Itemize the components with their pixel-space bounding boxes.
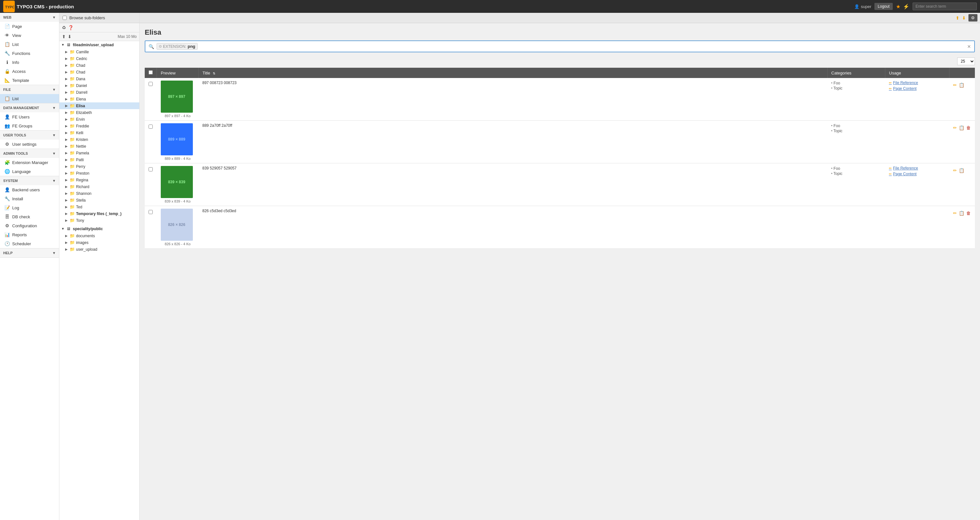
- sidebar-item-access[interactable]: 🔒 Access: [0, 67, 59, 76]
- sidebar-section-header-ut[interactable]: USER TOOLS ▼: [0, 131, 59, 140]
- sidebar-item-user-settings[interactable]: ⚙ User settings: [0, 140, 59, 148]
- sidebar-item-list[interactable]: 📋 List: [0, 40, 59, 49]
- row2-cat-topic: Topic: [831, 128, 881, 134]
- tree-refresh-icon[interactable]: ♻: [62, 25, 66, 30]
- chevron-down-icon-web: ▼: [52, 15, 56, 19]
- tree-label-daniel: Daniel: [76, 83, 87, 88]
- per-page-dropdown[interactable]: 10 25 50 100: [957, 57, 975, 65]
- tree-item-kelli[interactable]: ▶ 📁 Kelli: [59, 129, 139, 136]
- tree-item-patti[interactable]: ▶ 📁 Patti: [59, 156, 139, 163]
- upload-max-label: Max 10 Mo: [118, 34, 137, 39]
- tree-item-kristen[interactable]: ▶ 📁 Kristen: [59, 136, 139, 143]
- upload-icon[interactable]: ⬆: [62, 34, 66, 39]
- tree-item-user-upload-sub[interactable]: ▶ 📁 user_upload: [59, 246, 139, 253]
- row3-copy-icon[interactable]: 📋: [959, 168, 964, 173]
- tree-item-ted[interactable]: ▶ 📁 Ted: [59, 204, 139, 210]
- sidebar-item-fe-users[interactable]: 👤 FE Users: [0, 112, 59, 121]
- tree-item-tony[interactable]: ▶ 📁 Tony: [59, 217, 139, 224]
- tree-item-temp-files[interactable]: ▶ 📁 Temporary files (_temp_): [59, 210, 139, 217]
- tree-item-elena[interactable]: ▶ 📁 Elena: [59, 96, 139, 102]
- tree-item-darrell[interactable]: ▶ 📁 Darrell: [59, 89, 139, 96]
- tree-item-stella[interactable]: ▶ 📁 Stella: [59, 197, 139, 204]
- row3-checkbox[interactable]: [149, 167, 153, 171]
- sidebar-item-fe-groups[interactable]: 👥 FE Groups: [0, 121, 59, 130]
- tree-help-icon[interactable]: ❓: [68, 25, 73, 30]
- tree-item-pamela[interactable]: ▶ 📁 Pamela: [59, 150, 139, 156]
- tree-item-perry[interactable]: ▶ 📁 Perry: [59, 163, 139, 170]
- sidebar-section-header-help[interactable]: HELP ▼: [0, 249, 59, 257]
- tree-item-chad[interactable]: ▶ 📁 Chad: [59, 62, 139, 69]
- row3-page-content-link[interactable]: ✏ Page Content: [889, 172, 945, 176]
- row2-checkbox[interactable]: [149, 124, 153, 129]
- tree-item-cindy[interactable]: ▶ 📁 Chad: [59, 69, 139, 75]
- tree-item-preston[interactable]: ▶ 📁 Preston: [59, 170, 139, 177]
- tree-item-regina[interactable]: ▶ 📁 Regina: [59, 177, 139, 183]
- search-clear-button[interactable]: ✕: [967, 44, 971, 49]
- sidebar-section-header-file[interactable]: FILE ▼: [0, 85, 59, 94]
- sidebar-item-reports[interactable]: 📊 Reports: [0, 230, 59, 239]
- row4-copy-icon[interactable]: 📋: [959, 211, 964, 216]
- tree-item-daniel[interactable]: ▶ 📁 Daniel: [59, 82, 139, 89]
- sidebar-item-db-check[interactable]: 🗄 DB check: [0, 212, 59, 221]
- tree-item-nettie[interactable]: ▶ 📁 Nettie: [59, 143, 139, 150]
- content-upload-icon[interactable]: ⬆: [956, 15, 959, 21]
- row4-delete-icon[interactable]: 🗑: [966, 211, 971, 216]
- tree-item-freddie[interactable]: ▶ 📁 Freddie: [59, 123, 139, 129]
- logout-button[interactable]: Logout: [874, 3, 893, 10]
- row1-edit-icon[interactable]: ✏: [953, 83, 957, 88]
- row3-edit-icon[interactable]: ✏: [953, 168, 957, 173]
- row2-copy-icon[interactable]: 📋: [959, 125, 964, 130]
- sidebar-item-info[interactable]: ℹ Info: [0, 58, 59, 67]
- row2-delete-icon[interactable]: 🗑: [966, 125, 971, 130]
- tree-item-elizabeth[interactable]: ▶ 📁 Elizabeth: [59, 109, 139, 116]
- row1-copy-icon[interactable]: 📋: [959, 83, 964, 88]
- sort-icon-title[interactable]: ⇅: [213, 72, 215, 75]
- select-all-checkbox[interactable]: [149, 70, 153, 75]
- row3-file-reference-link[interactable]: ✏ File Reference: [889, 166, 945, 171]
- row2-edit-icon[interactable]: ✏: [953, 125, 957, 130]
- tree-item-camille[interactable]: ▶ 📁 Camille: [59, 48, 139, 55]
- sidebar-item-template[interactable]: 📐 Template: [0, 76, 59, 85]
- sidebar-item-view[interactable]: 👁 View: [0, 31, 59, 40]
- content-download-icon[interactable]: ⬇: [962, 15, 966, 21]
- sidebar-item-extension-manager[interactable]: 🧩 Extension Manager: [0, 158, 59, 167]
- tree-item-ervin[interactable]: ▶ 📁 Ervin: [59, 116, 139, 123]
- tree-item-richard[interactable]: ▶ 📁 Richard: [59, 183, 139, 190]
- sidebar-item-scheduler[interactable]: 🕐 Scheduler: [0, 239, 59, 248]
- row1-page-content-label: Page Content: [893, 86, 916, 91]
- row1-file-reference-link[interactable]: ✏ File Reference: [889, 81, 945, 85]
- row4-edit-icon[interactable]: ✏: [953, 211, 957, 216]
- sidebar-item-backend-users[interactable]: 👤 Backend users: [0, 185, 59, 194]
- sidebar-item-file-list[interactable]: 📋 List: [0, 94, 59, 103]
- tree-item-elisa[interactable]: ▶ 📁 Elisa: [59, 102, 139, 109]
- row1-checkbox[interactable]: [149, 82, 153, 86]
- sidebar-item-page[interactable]: 📄 Page: [0, 22, 59, 31]
- sidebar-item-functions[interactable]: 🔧 Functions: [0, 49, 59, 58]
- star-icon[interactable]: ★: [896, 3, 900, 10]
- content-settings-button[interactable]: ⚙: [969, 14, 977, 21]
- browse-subfolder-checkbox[interactable]: [62, 16, 67, 20]
- download-icon[interactable]: ⬇: [68, 34, 72, 39]
- tree-item-images[interactable]: ▶ 📁 images: [59, 239, 139, 246]
- tree-item-speciality-root[interactable]: ▼ 🖥 speciality/public: [59, 225, 139, 232]
- tree-item-dana[interactable]: ▶ 📁 Dana: [59, 75, 139, 82]
- sidebar-section-header-at[interactable]: ADMIN TOOLS ▼: [0, 149, 59, 158]
- expand-icon-cedric: ▶: [65, 57, 68, 61]
- tree-item-fileadmin-root[interactable]: ▼ 🖥 fileadmin/user_upload: [59, 41, 139, 48]
- row2-size-label: 889 x 889 - 4 Ko: [161, 156, 195, 161]
- sidebar-section-header-web[interactable]: WEB ▼: [0, 13, 59, 22]
- row1-page-content-link[interactable]: ✏ Page Content: [889, 86, 945, 91]
- sidebar-section-header-sys[interactable]: SYSTEM ▼: [0, 176, 59, 185]
- sidebar-item-language[interactable]: 🌐 Language: [0, 167, 59, 176]
- tree-item-documents[interactable]: ▶ 📁 documents: [59, 232, 139, 239]
- file-tree-toolbar: ♻ ❓: [59, 23, 139, 32]
- sidebar-item-configuration[interactable]: ⚙ Configuration: [0, 221, 59, 230]
- search-input[interactable]: [913, 3, 977, 10]
- row4-checkbox[interactable]: [149, 210, 153, 214]
- bolt-icon[interactable]: ⚡: [903, 3, 909, 10]
- sidebar-item-install[interactable]: 🔧 Install: [0, 194, 59, 203]
- tree-item-cedric[interactable]: ▶ 📁 Cedric: [59, 55, 139, 62]
- sidebar-section-header-dm[interactable]: DATA MANAGEMENT ▼: [0, 104, 59, 112]
- sidebar-item-log[interactable]: 📝 Log: [0, 203, 59, 212]
- tree-item-shannon[interactable]: ▶ 📁 Shannon: [59, 190, 139, 197]
